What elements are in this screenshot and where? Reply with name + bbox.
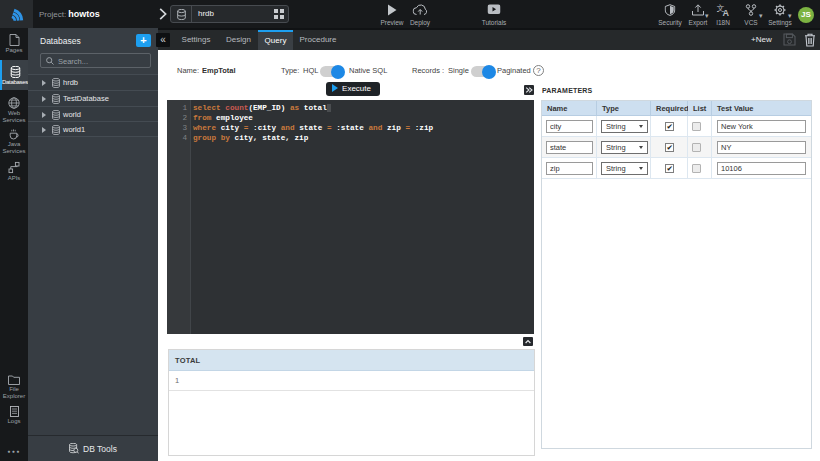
svg-text:A: A: [723, 8, 730, 17]
